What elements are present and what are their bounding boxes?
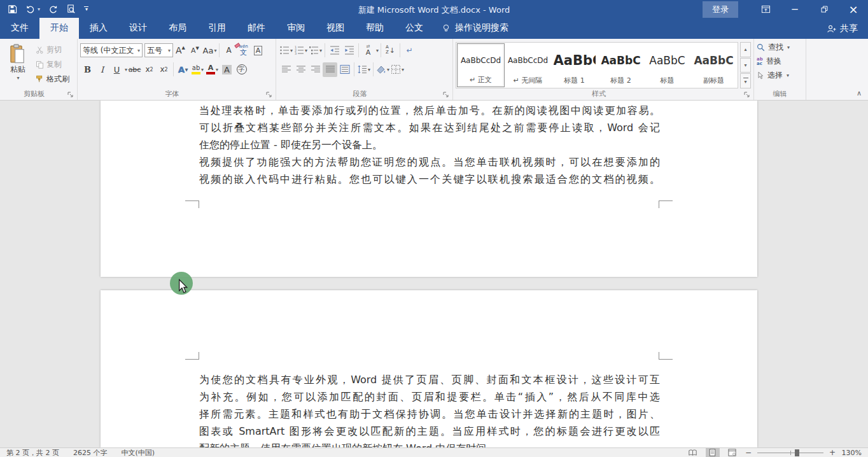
clear-formatting-button[interactable]: A	[221, 43, 236, 58]
show-hide-marks-button[interactable]: ↵	[402, 43, 417, 58]
zoom-out-button[interactable]: −	[745, 448, 752, 457]
document-page-1[interactable]: 当处理表格时，单击要添加行或列的位置，然后单击加号。在新的阅读视图中阅读更加容易…	[101, 101, 757, 277]
tab-layout[interactable]: 布局	[158, 18, 197, 39]
style-no-spacing[interactable]: AaBbCcDd ↵ 无间隔	[505, 43, 551, 87]
sort-button[interactable]: AZ ↓	[383, 43, 398, 58]
close-button[interactable]: ×	[839, 0, 868, 18]
sign-in-button[interactable]: 登录	[703, 1, 738, 18]
borders-button[interactable]: ▾	[390, 62, 405, 77]
print-layout-button[interactable]	[706, 448, 720, 457]
tab-gongwen[interactable]: 公文	[395, 18, 434, 39]
share-button[interactable]: 共享	[827, 23, 858, 34]
minimize-button[interactable]: ─	[780, 0, 809, 18]
shading-button[interactable]: ▾	[375, 62, 390, 77]
zoom-slider[interactable]	[757, 453, 823, 453]
styles-scroll-down-icon[interactable]: ▾	[740, 58, 751, 73]
document-area[interactable]: 当处理表格时，单击要添加行或列的位置，然后单击加号。在新的阅读视图中阅读更加容易…	[0, 101, 868, 447]
text-line[interactable]: 为补充。例如，您可以添加匹配的封面、页眉和提要栏。单击“插入”，然后从不同库中选	[199, 388, 660, 405]
character-shading-button[interactable]: A	[220, 62, 234, 77]
clipboard-dialog-launcher-icon[interactable]	[67, 92, 74, 98]
text-line[interactable]: 配新的主题。使用在需要位置出现的新按钮在 Word 中保存时间	[199, 440, 660, 447]
paste-button[interactable]: 粘贴 ▾	[3, 42, 33, 88]
zoom-level[interactable]: 130%	[841, 449, 862, 457]
text-line[interactable]: 择所需元素。主题和样式也有助于文档保持协调。当您单击设计并选择新的主题时，图片、	[199, 405, 660, 423]
tab-mailings[interactable]: 邮件	[237, 18, 276, 39]
align-center-button[interactable]	[293, 62, 308, 77]
redo-icon[interactable]	[48, 4, 58, 14]
superscript-button[interactable]: x2	[157, 62, 171, 77]
shrink-font-button[interactable]: A▼	[188, 43, 202, 58]
zoom-slider-handle[interactable]	[795, 449, 799, 456]
find-button[interactable]: 查找 ▾	[757, 41, 803, 53]
ribbon-display-options-icon[interactable]	[751, 0, 780, 18]
tab-help[interactable]: 帮助	[355, 18, 395, 39]
font-size-combobox[interactable]: 五号 ▾	[144, 43, 173, 57]
styles-scroll-up-icon[interactable]: ▴	[740, 42, 751, 57]
tell-me-search[interactable]: 操作说明搜索	[434, 18, 516, 39]
format-painter-button[interactable]: 格式刷	[36, 73, 69, 85]
select-button[interactable]: 选择 ▾	[757, 69, 803, 81]
asian-layout-button[interactable]: ⇄ A	[361, 43, 375, 58]
paragraph-dialog-launcher-icon[interactable]	[443, 92, 449, 98]
asian-layout-caret-icon[interactable]: ▾	[376, 48, 379, 53]
font-dialog-launcher-icon[interactable]	[266, 92, 272, 98]
font-color-button[interactable]: A ▾	[205, 62, 220, 77]
language-indicator[interactable]: 中文(中国)	[121, 448, 155, 457]
style-heading1[interactable]: AaBbC 标题 1	[551, 43, 598, 87]
character-border-button[interactable]: A	[251, 43, 265, 58]
replace-button[interactable]: abac 替换	[757, 55, 803, 67]
align-left-button[interactable]	[279, 62, 293, 77]
text-line[interactable]: 住您的停止位置 - 即使在另一个设备上。	[199, 136, 660, 153]
tab-home[interactable]: 开始	[39, 18, 79, 39]
subscript-button[interactable]: x2	[142, 62, 157, 77]
bold-button[interactable]: B	[80, 62, 95, 77]
multilevel-list-button[interactable]: ▾	[308, 43, 323, 58]
enclose-characters-button[interactable]: 字	[234, 62, 249, 77]
change-case-button[interactable]: Aa▾	[202, 43, 217, 58]
align-right-button[interactable]	[308, 62, 323, 77]
undo-caret-icon[interactable]: ▾	[38, 6, 40, 12]
text-line[interactable]: 视频的嵌入代码中进行粘贴。您也可以键入一个关键字以联机搜索最适合您的文档的视频。	[199, 171, 660, 188]
tab-file[interactable]: 文件	[0, 18, 39, 39]
text-line[interactable]: 可以折叠文档某些部分并关注所需文本。如果在达到结尾处之前需要停止读取，Word …	[199, 119, 660, 136]
text-line[interactable]: 图表或 SmartArt 图形将会更改以匹配新的主题。当应用样式时，您的标题会进…	[199, 423, 660, 440]
tab-design[interactable]: 设计	[118, 18, 158, 39]
document-page-2[interactable]: 为使您的文档具有专业外观，Word 提供了页眉、页脚、封面和文本框设计，这些设计…	[101, 290, 757, 447]
read-mode-button[interactable]	[686, 448, 700, 457]
tab-references[interactable]: 引用	[197, 18, 237, 39]
styles-more-icon[interactable]: ▾	[740, 73, 751, 88]
bullets-button[interactable]: ▾	[279, 43, 293, 58]
line-spacing-button[interactable]: ▾	[356, 62, 371, 77]
styles-dialog-launcher-icon[interactable]	[744, 92, 750, 98]
save-icon[interactable]	[8, 4, 17, 14]
distribute-button[interactable]	[337, 62, 352, 77]
collapse-ribbon-icon[interactable]: ∧	[857, 89, 862, 97]
underline-button[interactable]: U	[109, 62, 124, 77]
numbering-button[interactable]: 123 ▾	[293, 43, 308, 58]
grow-font-button[interactable]: A▲	[173, 43, 188, 58]
restore-button[interactable]	[809, 0, 839, 18]
customize-qat-icon[interactable]: ▾	[84, 6, 88, 12]
style-heading2[interactable]: AaBbC 标题 2	[598, 43, 644, 87]
text-effects-button[interactable]: A▾	[176, 62, 190, 77]
style-title[interactable]: AaBbC 标题	[644, 43, 690, 87]
font-name-combobox[interactable]: 等线 (中文正文 ▾	[80, 43, 143, 57]
decrease-indent-button[interactable]	[327, 43, 342, 58]
page-indicator[interactable]: 第 2 页，共 2 页	[6, 448, 59, 457]
zoom-in-button[interactable]: +	[829, 448, 836, 457]
undo-icon[interactable]: ▾	[25, 4, 40, 14]
tab-insert[interactable]: 插入	[79, 18, 118, 39]
text-line[interactable]: 当处理表格时，单击要添加行或列的位置，然后单击加号。在新的阅读视图中阅读更加容易…	[199, 102, 660, 119]
page2-text[interactable]: 为使您的文档具有专业外观，Word 提供了页眉、页脚、封面和文本框设计，这些设计…	[199, 371, 660, 447]
increase-indent-button[interactable]	[342, 43, 356, 58]
justify-button[interactable]	[323, 62, 337, 77]
style-subtitle[interactable]: AaBbC 副标题	[690, 43, 737, 87]
web-layout-button[interactable]	[725, 448, 739, 457]
strikethrough-button[interactable]: abc	[127, 62, 142, 77]
page1-text[interactable]: 当处理表格时，单击要添加行或列的位置，然后单击加号。在新的阅读视图中阅读更加容易…	[199, 102, 660, 188]
text-line[interactable]: 为使您的文档具有专业外观，Word 提供了页眉、页脚、封面和文本框设计，这些设计…	[199, 371, 660, 388]
tab-view[interactable]: 视图	[316, 18, 355, 39]
text-highlight-button[interactable]: ab ▾	[190, 62, 205, 77]
text-line[interactable]: 视频提供了功能强大的方法帮助您证明您的观点。当您单击联机视频时，可以在想要添加的	[199, 153, 660, 171]
tab-review[interactable]: 审阅	[276, 18, 316, 39]
